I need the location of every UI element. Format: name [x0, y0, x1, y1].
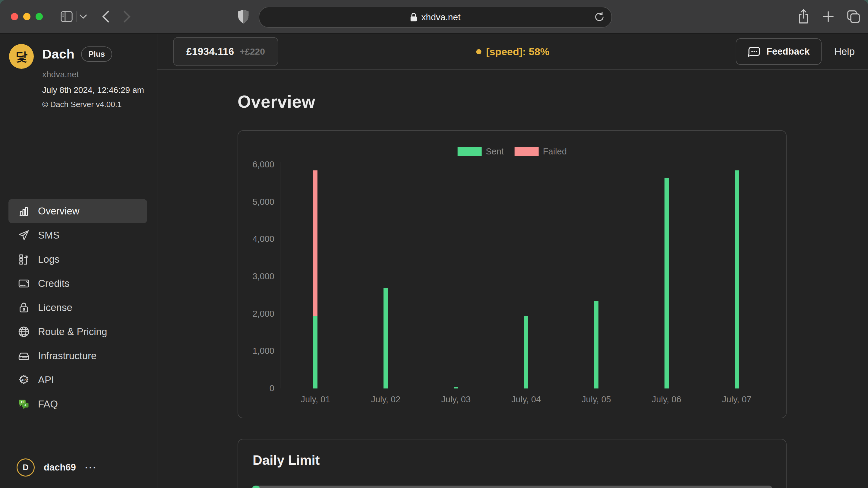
bar-failed[interactable]: [313, 171, 317, 316]
sms-chart-card: SentFailed 01,0002,0003,0004,0005,0006,0…: [238, 130, 786, 418]
api-gear-icon: API: [18, 374, 30, 386]
faq-chat-icon: QA: [18, 398, 30, 410]
zoom-window-button[interactable]: [36, 13, 43, 20]
bar-sent[interactable]: [454, 387, 458, 389]
sidebar-item-logs[interactable]: Logs: [8, 247, 147, 271]
sidebar-item-label: Infrastructure: [38, 350, 96, 362]
x-axis-tick: July, 06: [652, 395, 681, 404]
y-axis-line: [280, 162, 280, 389]
close-window-button[interactable]: [11, 13, 18, 20]
minimize-window-button[interactable]: [23, 13, 30, 20]
sidebar-item-credits[interactable]: Credits: [8, 271, 147, 296]
legend-item-sent: Sent: [457, 147, 504, 156]
sidebar-item-label: License: [38, 302, 72, 313]
brand-logo: 닻: [9, 44, 34, 69]
brand-header: 닻 Dach Plus xhdva.net July 8th 2024, 12:…: [0, 34, 157, 109]
sidebar-item-label: Overview: [38, 205, 80, 217]
feedback-button[interactable]: Feedback: [736, 38, 822, 65]
y-axis-tick: 5,000: [238, 197, 274, 207]
speed-status: [speed]: 58%: [476, 46, 549, 58]
help-link[interactable]: Help: [834, 46, 855, 57]
sidebar-toggle-icon[interactable]: [60, 11, 73, 22]
bar-sent[interactable]: [664, 178, 669, 389]
x-axis-tick: July, 01: [301, 395, 331, 404]
svg-text:API: API: [21, 378, 27, 382]
privacy-shield-icon[interactable]: [237, 9, 250, 24]
server-datetime: July 8th 2024, 12:46:29 am: [42, 85, 144, 95]
server-version: © Dach Server v4.00.1: [42, 100, 144, 109]
chart-legend: SentFailed: [457, 147, 567, 156]
lock-icon: [410, 12, 417, 22]
sidebar-item-overview[interactable]: Overview: [8, 199, 147, 223]
user-menu[interactable]: D dach69 ···: [17, 458, 97, 477]
sidebar-item-label: Logs: [38, 254, 60, 265]
daily-limit-progress-fill: [252, 486, 260, 488]
speed-dot-icon: [476, 49, 481, 54]
page-title: Overview: [238, 92, 868, 112]
plan-badge: Plus: [81, 47, 112, 62]
legend-label: Failed: [543, 147, 567, 156]
daily-limit-progress: [252, 486, 772, 488]
sidebar-item-license[interactable]: License: [8, 296, 147, 320]
legend-swatch-failed: [515, 147, 539, 156]
ellipsis-icon[interactable]: ···: [85, 462, 97, 474]
brand-domain: xhdva.net: [42, 70, 144, 79]
sidebar-item-faq[interactable]: QAFAQ: [8, 392, 147, 416]
sidebar-item-route-pricing[interactable]: Route & Pricing: [8, 320, 147, 344]
bar-chart-icon: [18, 205, 30, 217]
sidebar-item-label: Route & Pricing: [38, 326, 107, 337]
sidebar-item-sms[interactable]: SMS: [8, 223, 147, 247]
y-axis-tick: 3,000: [238, 271, 274, 281]
chevron-down-icon[interactable]: [80, 14, 87, 19]
y-axis-tick: 6,000: [238, 159, 274, 170]
sidebar-item-label: API: [38, 374, 54, 386]
browser-window: xhdva.net: [0, 0, 868, 488]
page-content: Overview SentFailed 01,0002,0003,0004,00…: [157, 70, 868, 488]
speed-label: [speed]: 58%: [486, 46, 549, 58]
y-axis-tick: 0: [238, 383, 274, 393]
balance-amount: £1934.116: [186, 46, 234, 57]
sidebar-item-label: Credits: [38, 278, 70, 289]
main-topbar: £1934.116 +£220 [speed]: 58%: [157, 34, 868, 70]
sidebar-item-label: FAQ: [38, 398, 58, 410]
url-text: xhdva.net: [421, 12, 460, 22]
reload-icon[interactable]: [594, 11, 605, 23]
legend-label: Sent: [486, 147, 504, 156]
server-icon: [18, 349, 30, 362]
share-icon[interactable]: [798, 9, 809, 24]
forward-button[interactable]: [123, 10, 131, 23]
sidebar-item-infrastructure[interactable]: Infrastructure: [8, 344, 147, 368]
brand-name: Dach: [42, 47, 74, 62]
url-bar[interactable]: xhdva.net: [259, 7, 612, 28]
daily-limit-card: Daily Limit: [238, 439, 786, 488]
new-tab-icon[interactable]: [822, 10, 834, 23]
x-axis-tick: July, 03: [441, 395, 471, 404]
x-axis-tick: July, 04: [512, 395, 541, 404]
x-axis-tick: July, 02: [371, 395, 400, 404]
bar-sent[interactable]: [735, 171, 739, 389]
back-button[interactable]: [102, 10, 110, 23]
bar-sent[interactable]: [524, 316, 528, 389]
svg-text:A: A: [24, 403, 26, 407]
user-avatar: D: [17, 458, 35, 477]
bar-sent[interactable]: [383, 288, 388, 389]
globe-icon: [18, 326, 30, 338]
logs-icon: [18, 253, 30, 266]
y-axis-tick: 2,000: [238, 309, 274, 319]
balance-badge[interactable]: £1934.116 +£220: [173, 37, 278, 66]
tab-overview-icon[interactable]: [847, 10, 860, 23]
bar-sent[interactable]: [594, 301, 598, 389]
lock-icon: [18, 301, 30, 314]
legend-item-failed: Failed: [515, 147, 567, 156]
browser-titlebar: xhdva.net: [0, 0, 868, 34]
paper-plane-icon: [18, 229, 30, 242]
feedback-label: Feedback: [766, 46, 809, 57]
toolbar-divider: [76, 11, 76, 22]
bar-sent[interactable]: [313, 316, 317, 389]
x-axis-tick: July, 07: [722, 395, 752, 404]
daily-limit-title: Daily Limit: [253, 453, 320, 468]
sidebar-item-label: SMS: [38, 230, 60, 241]
sidebar-item-api[interactable]: APIAPI: [8, 368, 147, 392]
sidebar: 닻 Dach Plus xhdva.net July 8th 2024, 12:…: [0, 34, 157, 488]
sidebar-nav: OverviewSMSLogsCreditsLicenseRoute & Pri…: [8, 199, 147, 416]
